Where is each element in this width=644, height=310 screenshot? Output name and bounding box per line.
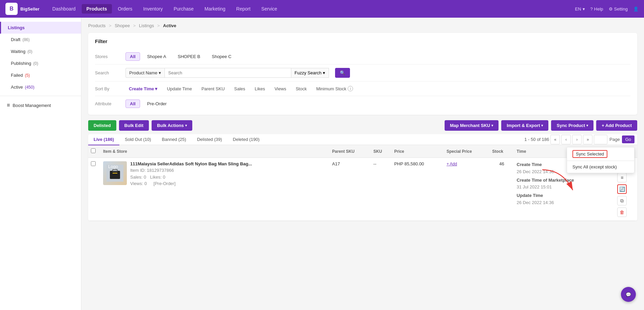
- search-input[interactable]: [164, 68, 291, 78]
- sidebar-item-label: Draft: [11, 37, 20, 42]
- sort-stock[interactable]: Stock: [292, 85, 310, 92]
- sidebar-badge-publishing: (0): [33, 61, 38, 66]
- tab-sold-out[interactable]: Sold Out (10): [119, 134, 156, 145]
- last-page-button[interactable]: »: [583, 135, 592, 144]
- tab-live[interactable]: Live (186): [88, 134, 119, 145]
- sidebar-item-label: Waiting: [11, 49, 25, 54]
- page-layout: Listings Draft (86) Waiting (0) Publishi…: [0, 18, 644, 310]
- sort-parent-sku[interactable]: Parent SKU: [198, 85, 228, 92]
- sidebar-item-draft[interactable]: Draft (86): [0, 34, 81, 45]
- sidebar-item-active[interactable]: Active (450): [0, 81, 81, 93]
- add-special-price-link[interactable]: + Add: [447, 162, 457, 166]
- tab-banned[interactable]: Banned (25): [156, 134, 192, 145]
- sidebar-item-waiting[interactable]: Waiting (0): [0, 45, 81, 57]
- sidebar-item-listings[interactable]: Listings: [0, 22, 81, 34]
- svg-text:Logo: Logo: [108, 165, 118, 169]
- search-field-label: Product Name: [129, 70, 157, 75]
- info-icon[interactable]: i: [348, 86, 353, 91]
- breadcrumb-listings[interactable]: Listings: [139, 23, 154, 28]
- add-product-button[interactable]: + Add Product: [596, 120, 637, 131]
- svg-rect-3: [113, 173, 117, 174]
- sync-selected-item[interactable]: Sync Selected: [567, 147, 634, 161]
- nav-products[interactable]: Products: [82, 4, 112, 14]
- th-stock: Stock: [489, 145, 514, 158]
- brand-logo[interactable]: B BigSeller: [5, 3, 39, 15]
- table-container: Item & Store Parent SKU SKU Price Specia…: [88, 145, 637, 221]
- tabs-pagination-row: Live (186) Sold Out (10) Banned (25) Del…: [88, 134, 637, 145]
- sort-likes[interactable]: Likes: [251, 85, 268, 92]
- search-icon: 🔍: [340, 70, 345, 75]
- sort-min-stock[interactable]: Minimum Stock i: [313, 85, 356, 92]
- sidebar-item-label: Failed: [11, 73, 23, 78]
- sort-views[interactable]: Views: [271, 85, 289, 92]
- table-section: Live (186) Sold Out (10) Banned (25) Del…: [88, 134, 637, 221]
- user-avatar[interactable]: 👤: [633, 6, 639, 12]
- lang-selector[interactable]: EN ▾: [575, 6, 585, 12]
- page-go-button[interactable]: Go: [622, 135, 635, 143]
- row-parent-sku-cell: A17: [329, 158, 371, 221]
- select-all-checkbox[interactable]: [91, 148, 96, 153]
- table-body: Logo 111Malaysia SellerAdidas Soft Nylon…: [88, 158, 637, 221]
- attr-chip-all[interactable]: All: [125, 99, 140, 108]
- search-button[interactable]: 🔍: [335, 68, 350, 78]
- sort-sales[interactable]: Sales: [231, 85, 249, 92]
- list-icon[interactable]: ≡: [617, 173, 627, 182]
- sort-chips: Create Time ▾ Update Time Parent SKU Sal…: [125, 85, 356, 92]
- product-likes: Likes: 0: [150, 175, 165, 180]
- attr-chip-preorder[interactable]: Pre-Order: [143, 99, 171, 108]
- product-info: 111Malaysia SellerAdidas Soft Nylon Bag …: [130, 161, 327, 187]
- breadcrumb-shopee[interactable]: Shopee: [115, 23, 130, 28]
- map-merchant-sku-button[interactable]: Map Merchant SKU ▾: [445, 120, 499, 131]
- bulk-actions-button[interactable]: Bulk Actions ▾: [152, 120, 192, 131]
- main-content: Products > Shopee > Listings > Active Fi…: [81, 18, 644, 310]
- row-checkbox[interactable]: [91, 161, 96, 166]
- caret-icon: ▾: [541, 124, 543, 127]
- first-page-button[interactable]: «: [550, 135, 560, 144]
- help-link[interactable]: ? Help: [590, 6, 603, 12]
- sidebar-item-publishing[interactable]: Publishing (0): [0, 57, 81, 69]
- bulk-edit-button[interactable]: Bulk Edit: [119, 120, 149, 131]
- pagination: 1 - 50 of 186 « ‹ › » Sync Selected Sync…: [524, 135, 635, 144]
- nav-dashboard[interactable]: Dashboard: [47, 4, 80, 14]
- page-number-input[interactable]: [594, 135, 607, 144]
- nav-orders[interactable]: Orders: [113, 4, 137, 14]
- logo-icon: B: [5, 3, 18, 15]
- settings-link[interactable]: ⚙ Setting: [609, 6, 628, 12]
- tab-deleted[interactable]: Deleted (190): [228, 134, 265, 145]
- sync-all-item[interactable]: Sync All (except stock): [567, 161, 634, 173]
- chevron-down-icon: ▾: [323, 70, 325, 75]
- fuzzy-label: Fuzzy Search: [295, 70, 321, 75]
- import-export-button[interactable]: Import & Export ▾: [501, 120, 548, 131]
- delete-icon[interactable]: 🗑: [617, 207, 627, 217]
- sidebar-item-boost[interactable]: ≡ Boost Management: [0, 99, 81, 112]
- store-chip-b[interactable]: SHOPEE B: [173, 52, 204, 61]
- sync-icon[interactable]: 🔄: [617, 184, 627, 194]
- help-icon: ?: [590, 6, 593, 12]
- chat-bubble[interactable]: 💬: [621, 287, 636, 302]
- store-chip-a[interactable]: Shopee A: [143, 52, 171, 61]
- breadcrumb-products[interactable]: Products: [88, 23, 105, 28]
- fuzzy-search-dropdown[interactable]: Fuzzy Search ▾: [291, 68, 329, 78]
- copy-icon[interactable]: ⧉: [617, 196, 627, 205]
- breadcrumb-current: Active: [163, 23, 176, 28]
- delisted-button[interactable]: Delisted: [88, 120, 116, 131]
- next-page-button[interactable]: ›: [572, 135, 582, 144]
- sync-product-button[interactable]: Sync Product ▾: [551, 120, 593, 131]
- attribute-label: Attribute: [95, 101, 122, 106]
- nav-service[interactable]: Service: [257, 4, 282, 14]
- nav-marketing[interactable]: Marketing: [200, 4, 230, 14]
- th-checkbox: [88, 145, 100, 158]
- nav-purchase[interactable]: Purchase: [169, 4, 198, 14]
- store-chip-all[interactable]: All: [125, 52, 140, 61]
- nav-inventory[interactable]: Inventory: [138, 4, 168, 14]
- sort-update-time[interactable]: Update Time: [163, 85, 195, 92]
- tab-delisted[interactable]: Delisted (39): [192, 134, 228, 145]
- search-field-dropdown[interactable]: Product Name ▾: [125, 68, 164, 78]
- product-item-id: Item ID: 18129737866: [130, 167, 327, 174]
- store-chip-c[interactable]: Shopee C: [207, 52, 236, 61]
- sort-create-time[interactable]: Create Time ▾: [125, 85, 161, 92]
- prev-page-button[interactable]: ‹: [561, 135, 571, 144]
- filter-title: Filter: [95, 38, 630, 44]
- nav-report[interactable]: Report: [232, 4, 255, 14]
- sidebar-item-failed[interactable]: Failed (5): [0, 69, 81, 81]
